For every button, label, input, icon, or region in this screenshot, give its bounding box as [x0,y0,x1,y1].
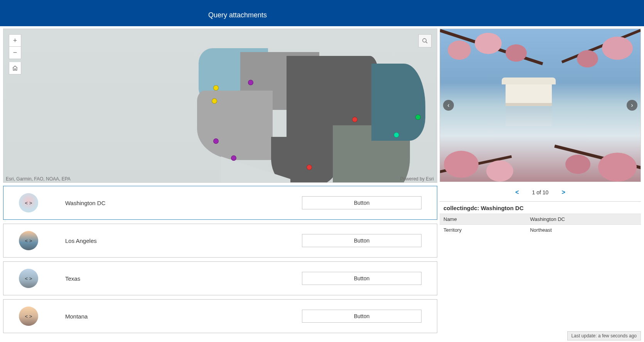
list-item[interactable]: < >MontanaButton [3,299,437,333]
thumb-arrows-icon: < > [19,231,38,250]
map-point[interactable] [248,80,253,85]
map-attribution-right: Powered by Esri [400,176,434,182]
monument-reflection [506,107,552,126]
content-area: + − Esri, Garmin, FAO, NOAA, EPA Powered… [0,26,644,342]
detail-key: Territory [440,225,526,236]
list-item[interactable]: < >Washington DCButton [3,186,437,220]
window-chrome [0,0,644,4]
results-list: < >Washington DCButton< >Los AngelesButt… [3,186,437,342]
chevron-right-icon: › [631,102,633,109]
detail-value: Washington DC [526,214,641,225]
detail-value: Northeast [526,225,641,236]
home-icon [12,65,18,71]
item-title: Washington DC [65,200,219,206]
map-search-button[interactable] [418,34,432,47]
map-point[interactable] [415,115,421,120]
region-southwest[interactable] [197,91,273,160]
preview-prev-button[interactable]: ‹ [443,100,454,111]
thumb-arrows-icon: < > [19,193,38,212]
item-action-button[interactable]: Button [302,272,421,285]
item-action-button[interactable]: Button [302,196,421,209]
map-point[interactable] [212,98,217,104]
detail-row: NameWashington DC [440,214,641,225]
right-column: ‹ › < 1 of 10 > collectingdc: Washington… [440,29,641,342]
region-northeast[interactable] [371,64,425,141]
detail-panel: < 1 of 10 > collectingdc: Washington DC … [440,185,641,235]
map-point[interactable] [352,117,357,122]
map-point[interactable] [307,165,312,170]
left-column: + − Esri, Garmin, FAO, NOAA, EPA Powered… [3,29,437,342]
svg-line-1 [426,42,427,43]
item-thumbnail[interactable]: < > [19,269,38,288]
search-icon [422,38,428,44]
map-attribution-left: Esri, Garmin, FAO, NOAA, EPA [6,176,71,182]
thumb-arrows-icon: < > [19,307,38,326]
item-action-button[interactable]: Button [302,234,421,247]
svg-point-0 [423,39,426,42]
detail-key: Name [440,214,526,225]
pager-text: 1 of 10 [532,189,549,195]
list-item[interactable]: < >TexasButton [3,261,437,295]
pager-prev[interactable]: < [513,189,521,196]
thumb-arrows-icon: < > [19,269,38,288]
detail-table: NameWashington DCTerritoryNortheast [440,214,641,235]
map-point[interactable] [213,85,219,91]
minus-icon: − [13,49,17,57]
pager: < 1 of 10 > [440,185,641,202]
preview-next-button[interactable]: › [627,100,637,111]
item-title: Texas [65,275,219,282]
map-controls: + − [9,34,21,74]
status-bar: Last update: a few seconds ago [567,331,641,340]
zoom-out-button[interactable]: − [9,47,21,59]
monument-shape [506,83,552,106]
map-widget[interactable]: + − Esri, Garmin, FAO, NOAA, EPA Powered… [3,29,437,183]
home-button[interactable] [9,62,21,74]
app-header: Query attachments [0,4,644,26]
attachment-preview: ‹ › [440,29,641,182]
item-thumbnail[interactable]: < > [19,193,38,212]
plus-icon: + [13,37,17,45]
zoom-in-button[interactable]: + [9,34,21,47]
map-point[interactable] [231,155,236,161]
map-point[interactable] [213,138,219,144]
item-thumbnail[interactable]: < > [19,307,38,326]
item-thumbnail[interactable]: < > [19,231,38,250]
item-title: Los Angeles [65,238,219,244]
detail-title: collectingdc: Washington DC [440,202,641,214]
chevron-left-icon: ‹ [447,102,449,109]
item-action-button[interactable]: Button [302,310,421,323]
detail-row: TerritoryNortheast [440,225,641,236]
map-point[interactable] [394,132,399,138]
pager-next[interactable]: > [559,189,567,196]
list-item[interactable]: < >Los AngelesButton [3,224,437,258]
usa-regions [171,48,418,183]
item-title: Montana [65,313,219,320]
app-title: Query attachments [208,11,267,19]
